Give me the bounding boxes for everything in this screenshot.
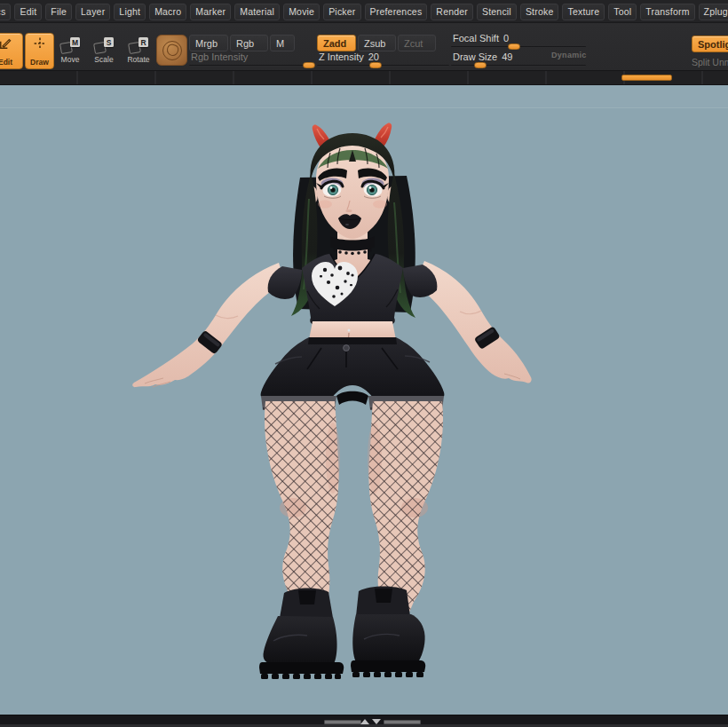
menu-item-zplugin[interactable]: Zplugin bbox=[699, 4, 728, 20]
zsub-button[interactable]: Zsub bbox=[358, 35, 396, 51]
menu-item-texture[interactable]: Texture bbox=[562, 4, 605, 20]
focal-shift-label: Focal Shift bbox=[453, 33, 499, 43]
edit-pencil-icon bbox=[0, 37, 12, 50]
menu-item-transform[interactable]: Transform bbox=[640, 4, 694, 20]
menu-item-stencil[interactable]: Stencil bbox=[477, 4, 517, 20]
scale-tool-button[interactable]: S Scale bbox=[90, 37, 118, 64]
menu-item-material[interactable]: Material bbox=[234, 4, 280, 20]
zadd-button[interactable]: Zadd bbox=[317, 35, 356, 51]
character-model bbox=[0, 85, 728, 715]
tray-collapse-down-icon[interactable] bbox=[372, 719, 381, 724]
menu-item-preferences[interactable]: Preferences bbox=[365, 4, 428, 20]
rgb-intensity-slider[interactable]: Rgb Intensity bbox=[189, 51, 315, 69]
z-intensity-slider[interactable]: Z Intensity20 bbox=[317, 51, 449, 69]
z-intensity-value: 20 bbox=[368, 51, 379, 62]
z-intensity-track bbox=[317, 65, 449, 67]
rotate-label: Rotate bbox=[127, 55, 149, 64]
draw-size-label: Draw Size bbox=[453, 51, 497, 62]
menu-item-macro[interactable]: Macro bbox=[149, 4, 186, 20]
scale-icon: S bbox=[94, 37, 114, 53]
scale-label: Scale bbox=[94, 55, 113, 64]
tray-expand-up-icon[interactable] bbox=[360, 719, 369, 724]
menu-item-picker[interactable]: Picker bbox=[323, 4, 360, 20]
draw-size-value: 49 bbox=[502, 51, 512, 62]
menu-bar: ics Edit File Layer Light Macro Marker M… bbox=[0, 0, 728, 23]
midriff bbox=[309, 321, 396, 340]
draw-crosshair-icon bbox=[34, 37, 46, 50]
shorts bbox=[261, 337, 445, 410]
menu-item-render[interactable]: Render bbox=[431, 4, 473, 20]
rgb-intensity-handle[interactable] bbox=[303, 62, 315, 68]
focal-shift-handle[interactable] bbox=[508, 43, 520, 50]
draw-size-handle[interactable] bbox=[474, 62, 487, 68]
menu-item-tool[interactable]: Tool bbox=[608, 4, 637, 20]
zcut-button[interactable]: Zcut bbox=[398, 35, 436, 51]
mrgb-button[interactable]: Mrgb bbox=[189, 35, 228, 51]
m-button[interactable]: M bbox=[270, 35, 295, 51]
edit-button-label: Edit bbox=[0, 58, 12, 67]
move-icon: M bbox=[60, 37, 80, 53]
top-shelf-toolbar: Edit Draw M Move S Scale R Rotate Mrgb R… bbox=[0, 23, 728, 71]
split-unmasked-button[interactable]: Split Unm bbox=[692, 57, 728, 67]
boots bbox=[259, 587, 425, 679]
menu-item-file[interactable]: File bbox=[45, 4, 72, 20]
spotlight-button[interactable]: Spotlight bbox=[692, 36, 728, 52]
rotate-icon: R bbox=[129, 37, 148, 53]
fishnet-legs bbox=[265, 401, 443, 618]
draw-button-label: Draw bbox=[30, 58, 49, 67]
rgb-button[interactable]: Rgb bbox=[230, 35, 268, 51]
collapsed-palette-strip bbox=[0, 71, 728, 85]
menu-item-layer[interactable]: Layer bbox=[75, 4, 110, 20]
draw-button[interactable]: Draw bbox=[25, 33, 54, 69]
focal-shift-slider[interactable]: Focal Shift0 bbox=[451, 33, 586, 51]
focal-shift-value: 0 bbox=[503, 33, 509, 43]
bottom-divider-left-bar[interactable] bbox=[324, 720, 361, 724]
rgb-intensity-label: Rgb Intensity bbox=[191, 51, 248, 62]
move-label: Move bbox=[61, 55, 80, 64]
navel-piercing bbox=[348, 329, 351, 332]
bottom-tray-bar bbox=[0, 715, 728, 727]
menu-item-marker[interactable]: Marker bbox=[190, 4, 231, 20]
draw-size-track bbox=[451, 65, 586, 67]
menu-item-light[interactable]: Light bbox=[114, 4, 146, 20]
rgb-intensity-track bbox=[189, 65, 315, 67]
menu-item-0[interactable]: ics bbox=[0, 4, 11, 20]
shorts-button bbox=[344, 345, 350, 352]
z-intensity-handle[interactable] bbox=[369, 62, 382, 68]
material-preview-button[interactable] bbox=[156, 35, 187, 66]
menu-item-movie[interactable]: Movie bbox=[283, 4, 320, 20]
edit-button[interactable]: Edit bbox=[0, 33, 23, 69]
move-tool-button[interactable]: M Move bbox=[56, 37, 84, 64]
menu-item-stroke[interactable]: Stroke bbox=[520, 4, 559, 20]
z-intensity-label: Z Intensity bbox=[319, 51, 364, 62]
menu-item-edit[interactable]: Edit bbox=[14, 4, 42, 20]
sculpt-canvas[interactable] bbox=[0, 85, 728, 715]
rotate-tool-button[interactable]: R Rotate bbox=[122, 37, 155, 64]
dynamic-button[interactable]: Dynamic bbox=[551, 51, 587, 59]
material-sphere-icon bbox=[162, 41, 182, 60]
tray-divider-handle[interactable] bbox=[621, 75, 672, 81]
bottom-divider-right-bar[interactable] bbox=[384, 720, 421, 724]
